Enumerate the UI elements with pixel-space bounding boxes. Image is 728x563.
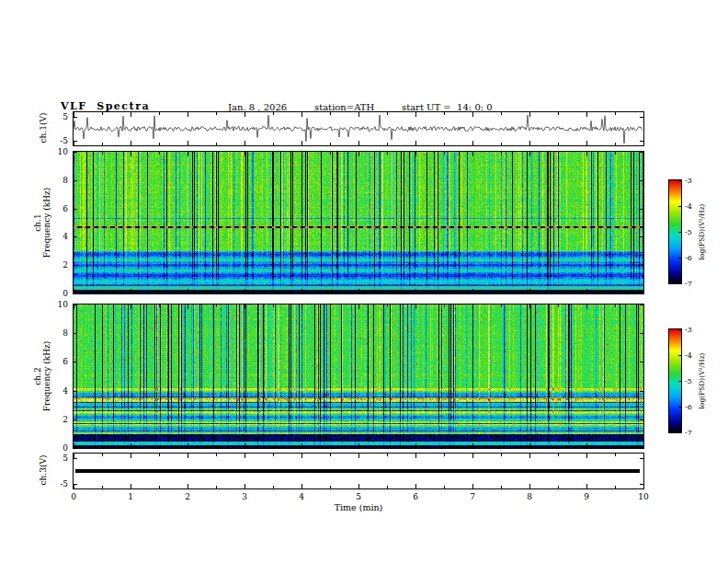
colorbar1-tick-label: -6 bbox=[685, 254, 692, 262]
colorbar2-tick-label: -5 bbox=[685, 377, 692, 385]
x-tick-label: 8 bbox=[527, 492, 532, 501]
ch1-freq-tick-label: 6 bbox=[63, 204, 68, 213]
x-tick-label: 4 bbox=[299, 492, 304, 501]
x-tick-label: 3 bbox=[242, 492, 247, 501]
colorbar2-tick-label: -6 bbox=[685, 403, 692, 411]
colorbar1-canvas bbox=[668, 179, 682, 284]
ch1-spec-ylabel: ch.1 Frequency (kHz) bbox=[33, 149, 51, 296]
colorbar2-label: log(PSD)(V²/Hz) bbox=[698, 329, 707, 432]
x-tick-label: 9 bbox=[584, 492, 589, 501]
x-tick-label: 7 bbox=[470, 492, 475, 501]
x-tick-label: 1 bbox=[128, 492, 133, 501]
ch2-freq-tick-label: 10 bbox=[58, 300, 68, 309]
x-tick-label: 5 bbox=[356, 492, 361, 501]
colorbar1-tick-label: -3 bbox=[685, 177, 692, 185]
x-tick-label: 10 bbox=[638, 492, 648, 501]
colorbar1-label: log(PSD)(V²/Hz) bbox=[698, 180, 707, 283]
ch1-waveform-canvas bbox=[73, 111, 644, 146]
ch1-freq-tick-label: 2 bbox=[63, 260, 68, 270]
ch3-wave-ylabel: ch.3(V) bbox=[39, 442, 48, 498]
ch1-freq-tick-label: 0 bbox=[63, 289, 68, 298]
colorbar1-tick-label: -5 bbox=[685, 228, 692, 236]
ch2-freq-tick-label: 8 bbox=[63, 328, 68, 338]
ch1-wave-ylabel: ch.1(V) bbox=[39, 100, 48, 155]
x-tick-label: 0 bbox=[71, 492, 76, 501]
colorbar2-tick-label: -4 bbox=[685, 351, 692, 360]
ch2-freq-tick-label: 6 bbox=[63, 357, 68, 366]
ch3-waveform-canvas bbox=[73, 453, 644, 489]
x-tick-label: 6 bbox=[413, 492, 418, 501]
ch3-volt-tick-label: -5 bbox=[60, 479, 68, 488]
vlf-spectra-figure: VLF Spectra Jan. 8 , 2026 station=ATH st… bbox=[0, 0, 728, 563]
colorbar1-tick-label: -4 bbox=[685, 202, 692, 211]
ch2-freq-tick-label: 4 bbox=[63, 386, 68, 396]
ch3-volt-tick-label: 5 bbox=[63, 454, 68, 463]
ch2-freq-tick-label: 0 bbox=[63, 443, 68, 453]
ch1-volt-tick-label: 5 bbox=[63, 112, 68, 121]
ch1-volt-tick-label: -5 bbox=[60, 136, 68, 145]
ch2-spec-ylabel: ch.2 Frequency (kHz) bbox=[33, 303, 51, 450]
ch1-spectrogram-canvas bbox=[73, 151, 644, 294]
colorbar2-tick-label: -7 bbox=[685, 429, 692, 437]
ch2-freq-tick-label: 2 bbox=[63, 415, 68, 424]
x-axis-label: Time (min) bbox=[335, 502, 383, 512]
colorbar1-tick-label: -7 bbox=[685, 280, 692, 288]
colorbar2-tick-label: -3 bbox=[685, 326, 692, 334]
ch1-freq-tick-label: 8 bbox=[63, 176, 68, 185]
ch1-freq-tick-label: 4 bbox=[63, 232, 68, 241]
ch1-freq-tick-label: 10 bbox=[58, 147, 68, 156]
colorbar2-canvas bbox=[668, 328, 682, 433]
x-tick-label: 2 bbox=[185, 492, 190, 501]
ch2-spectrogram-canvas bbox=[73, 304, 644, 449]
